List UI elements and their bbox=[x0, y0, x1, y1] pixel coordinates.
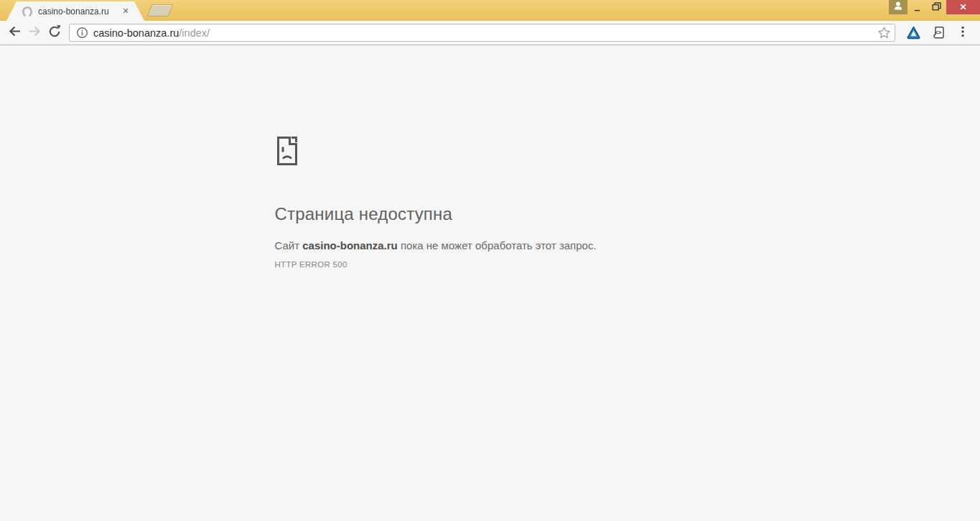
tab-strip: casino-bonanza.ru ✕ – ✕ bbox=[0, 0, 980, 21]
error-message-prefix: Сайт bbox=[275, 239, 303, 252]
page-content: Страница недоступна Сайт casino-bonanza.… bbox=[0, 45, 980, 521]
browser-tab[interactable]: casino-bonanza.ru ✕ bbox=[6, 1, 144, 21]
profile-button[interactable] bbox=[889, 0, 907, 14]
url-text: casino-bonanza.ru/index/ bbox=[93, 27, 876, 39]
extension-blue-triangle-icon[interactable] bbox=[905, 24, 922, 42]
error-message-suffix: пока не может обработать этот запрос. bbox=[398, 239, 597, 252]
tab-close-icon[interactable]: ✕ bbox=[120, 6, 131, 17]
forward-button[interactable] bbox=[24, 23, 45, 43]
reload-button[interactable] bbox=[45, 23, 65, 43]
url-path: /index/ bbox=[179, 27, 210, 39]
error-container: Страница недоступна Сайт casino-bonanza.… bbox=[275, 45, 706, 269]
close-button[interactable]: ✕ bbox=[946, 0, 980, 14]
restore-icon bbox=[932, 1, 941, 14]
back-button[interactable] bbox=[4, 23, 24, 43]
menu-button[interactable] bbox=[954, 24, 971, 42]
page-info-icon[interactable] bbox=[75, 27, 88, 40]
browser-toolbar: casino-bonanza.ru/index/ <> bbox=[0, 21, 980, 45]
restore-button[interactable] bbox=[927, 0, 946, 14]
three-dots-menu-icon bbox=[956, 25, 969, 41]
forward-arrow-icon bbox=[27, 24, 42, 42]
bookmark-star-icon[interactable] bbox=[876, 25, 892, 41]
horseshoe-favicon-icon bbox=[22, 6, 33, 17]
error-site-name: casino-bonanza.ru bbox=[302, 239, 398, 252]
error-title: Страница недоступна bbox=[275, 204, 706, 224]
minimize-button[interactable]: – bbox=[907, 0, 927, 14]
extension-userscript-icon[interactable]: <> bbox=[930, 24, 947, 42]
address-bar[interactable]: casino-bonanza.ru/index/ bbox=[69, 24, 895, 42]
code-brackets-glyph: <> bbox=[935, 29, 942, 36]
reload-icon bbox=[47, 24, 62, 42]
window-controls: – ✕ bbox=[889, 0, 980, 14]
person-icon bbox=[892, 1, 904, 14]
new-tab-button[interactable] bbox=[147, 4, 174, 17]
back-arrow-icon bbox=[7, 24, 22, 42]
minimize-icon: – bbox=[914, 4, 920, 15]
tab-title: casino-bonanza.ru bbox=[38, 6, 117, 17]
url-host: casino-bonanza.ru bbox=[93, 27, 179, 39]
sad-page-icon bbox=[275, 135, 706, 170]
error-message: Сайт casino-bonanza.ru пока не может обр… bbox=[275, 239, 706, 252]
error-code: HTTP ERROR 500 bbox=[275, 260, 706, 269]
close-icon: ✕ bbox=[959, 2, 966, 12]
